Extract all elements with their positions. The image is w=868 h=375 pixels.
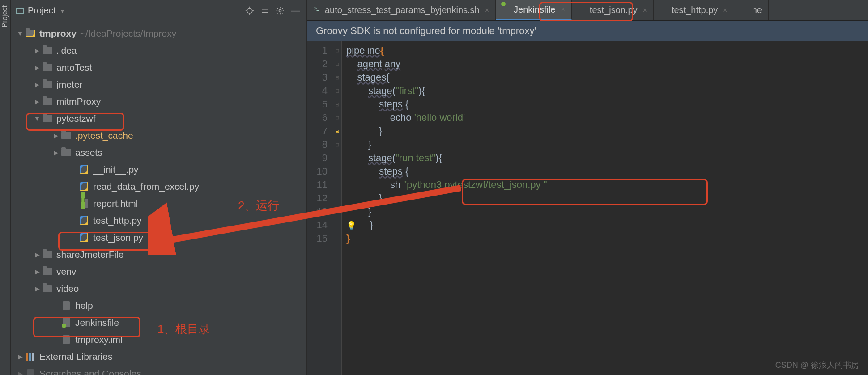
hide-icon[interactable]: — bbox=[289, 5, 301, 17]
tree-folder-pytestzwf[interactable]: pytestzwf bbox=[11, 110, 306, 127]
tree-root[interactable]: tmproxy ~/IdeaProjects/tmproxy bbox=[11, 25, 306, 42]
code-content[interactable]: pipeline{ agent any stages{ stage("first… bbox=[342, 41, 868, 375]
python-file-icon bbox=[80, 165, 88, 174]
tree-folder-venv[interactable]: venv bbox=[11, 263, 306, 280]
python-file-icon bbox=[80, 182, 88, 191]
python-file-icon bbox=[80, 233, 88, 242]
html-file-icon bbox=[81, 199, 88, 208]
tree-folder-antotest[interactable]: antoTest bbox=[11, 59, 306, 76]
annotation-text-run: 2、运行 bbox=[238, 198, 279, 213]
svg-point-7 bbox=[279, 9, 281, 12]
jenkins-file-icon bbox=[63, 318, 70, 327]
project-panel: Project ▾ — tmproxy ~/IdeaProjects/tmpro… bbox=[11, 0, 307, 375]
close-icon[interactable]: × bbox=[561, 5, 565, 13]
folder-icon bbox=[43, 98, 52, 105]
tree-scratches[interactable]: Scratches and Consoles bbox=[11, 365, 306, 375]
watermark-text: CSDN @ 徐浪人的书房 bbox=[775, 360, 859, 371]
tree-external-libraries[interactable]: External Libraries bbox=[11, 348, 306, 365]
folder-icon bbox=[43, 285, 52, 292]
tree-folder-sharejmeter[interactable]: shareJmeterFile bbox=[11, 246, 306, 263]
tree-folder-video[interactable]: video bbox=[11, 280, 306, 297]
close-icon[interactable]: × bbox=[643, 6, 647, 14]
folder-icon bbox=[61, 132, 71, 139]
library-icon bbox=[26, 353, 34, 361]
folder-icon bbox=[43, 47, 52, 54]
gear-icon[interactable] bbox=[274, 5, 286, 17]
rail-label-project[interactable]: Project bbox=[0, 0, 10, 33]
tree-file-help[interactable]: help bbox=[11, 297, 306, 314]
tab-auto-stress[interactable]: auto_stress_test_params_byjenkins.sh× bbox=[307, 0, 496, 20]
folder-icon bbox=[61, 149, 71, 156]
root-name: tmproxy bbox=[39, 25, 77, 42]
project-view-icon bbox=[16, 8, 24, 14]
folder-icon bbox=[43, 115, 52, 122]
tab-test-http[interactable]: test_http.py× bbox=[654, 0, 734, 20]
tool-window-rail[interactable]: Project bbox=[0, 0, 11, 375]
editor-area: auto_stress_test_params_byjenkins.sh× Je… bbox=[307, 0, 868, 375]
tab-he[interactable]: he bbox=[734, 0, 769, 20]
code-editor[interactable]: 123456789101112131415 ⊟⊟⊟⊟⊟⊟⊟⊟ pipeline{… bbox=[307, 41, 868, 375]
tree-file-test-http[interactable]: test_http.py bbox=[11, 212, 306, 229]
project-view-title[interactable]: Project bbox=[28, 5, 55, 16]
folder-icon bbox=[43, 64, 52, 71]
close-icon[interactable]: × bbox=[485, 6, 489, 14]
tab-test-json[interactable]: test_json.py× bbox=[572, 0, 654, 20]
tree-file-init[interactable]: __init__.py bbox=[11, 161, 306, 178]
locate-icon[interactable] bbox=[244, 5, 255, 17]
root-path: ~/IdeaProjects/tmproxy bbox=[80, 25, 176, 42]
project-root-icon bbox=[26, 30, 35, 37]
tree-folder-mitmproxy[interactable]: mitmProxy bbox=[11, 93, 306, 110]
file-icon bbox=[63, 301, 70, 310]
sdk-warning-banner[interactable]: Groovy SDK is not configured for module … bbox=[307, 21, 868, 41]
close-icon[interactable]: × bbox=[723, 6, 727, 14]
folder-icon bbox=[43, 251, 52, 258]
file-icon bbox=[63, 335, 70, 344]
tree-folder-assets[interactable]: assets bbox=[11, 144, 306, 161]
chevron-down-icon[interactable]: ▾ bbox=[61, 7, 64, 14]
project-panel-header: Project ▾ — bbox=[11, 0, 306, 21]
tree-folder-pytest-cache[interactable]: .pytest_cache bbox=[11, 127, 306, 144]
folder-icon bbox=[43, 268, 52, 275]
python-file-icon bbox=[80, 216, 88, 225]
folder-icon bbox=[43, 81, 52, 88]
editor-tabs: auto_stress_test_params_byjenkins.sh× Je… bbox=[307, 0, 868, 21]
intention-bulb-icon[interactable]: 💡 bbox=[346, 221, 356, 230]
tree-file-read-data[interactable]: read_data_from_excel.py bbox=[11, 178, 306, 195]
tree-folder-idea[interactable]: .idea bbox=[11, 42, 306, 59]
collapse-all-icon[interactable] bbox=[259, 5, 271, 17]
annotation-text-root: 1、根目录 bbox=[157, 321, 210, 337]
tree-folder-jmeter[interactable]: jmeter bbox=[11, 76, 306, 93]
svg-point-0 bbox=[247, 8, 252, 13]
tree-file-test-json[interactable]: test_json.py bbox=[11, 229, 306, 246]
folder-icon bbox=[27, 369, 34, 375]
fold-column[interactable]: ⊟⊟⊟⊟⊟⊟⊟⊟ bbox=[333, 41, 342, 375]
tab-jenkinsfile[interactable]: Jenkinsfile× bbox=[496, 0, 572, 20]
line-gutter: 123456789101112131415 bbox=[307, 41, 333, 375]
